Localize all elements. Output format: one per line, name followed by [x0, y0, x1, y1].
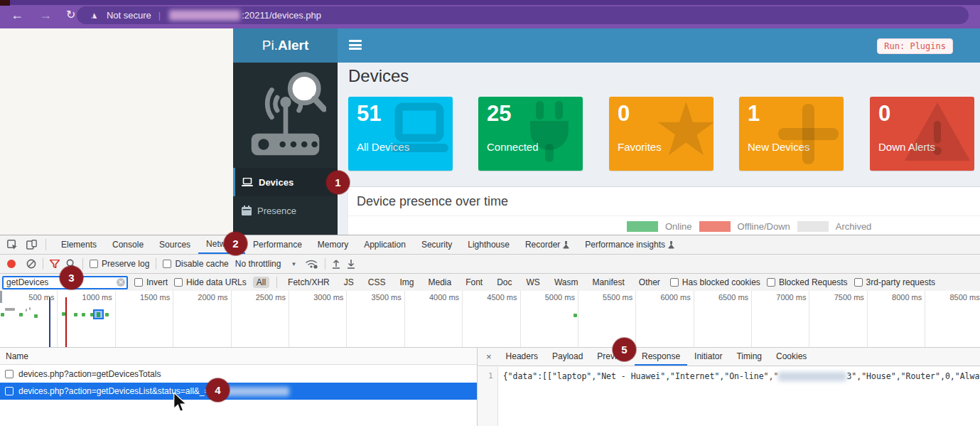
tick-label: 5000 ms [521, 291, 578, 302]
invert-checkbox[interactable]: Invert [134, 277, 168, 287]
browser-top-strip [0, 0, 980, 5]
detail-tab-response[interactable]: Response [635, 348, 687, 366]
tab-console[interactable]: Console [104, 235, 151, 254]
name-column-header[interactable]: Name [0, 348, 477, 365]
sidebar-item-label: Presence [257, 206, 296, 216]
tab-recorder[interactable]: Recorder [517, 235, 577, 254]
chip-other[interactable]: Other [635, 277, 664, 288]
tick-label: 7000 ms [752, 291, 809, 302]
chip-css[interactable]: CSS [365, 277, 389, 288]
record-icon[interactable] [7, 260, 16, 268]
tab-performance[interactable]: Performance [245, 235, 310, 254]
throttling-value: No throttling [235, 259, 281, 269]
forward-button[interactable]: → [39, 8, 52, 22]
tab-application[interactable]: Application [356, 235, 414, 254]
network-filter-row: ✕ Invert Hide data URLs All Fetch/XHR JS… [0, 274, 980, 291]
import-har-icon[interactable] [332, 259, 340, 269]
detail-tabbar: × Headers Payload Preview Response Initi… [478, 348, 980, 366]
run-plugins-button[interactable]: Run: Plugins [877, 38, 953, 54]
disable-cache-label: Disable cache [175, 259, 228, 269]
blocked-requests-checkbox[interactable]: Blocked Requests [767, 277, 848, 287]
flask-icon [563, 241, 569, 249]
chip-font[interactable]: Font [462, 277, 486, 288]
card-all-devices[interactable]: 51 All Devices [348, 97, 453, 171]
checkbox[interactable] [90, 260, 98, 268]
address-separator: | [158, 10, 161, 21]
chip-fetch-xhr[interactable]: Fetch/XHR [284, 277, 333, 288]
checkbox[interactable] [767, 278, 775, 287]
device-toolbar-icon[interactable] [26, 240, 37, 250]
card-favorites[interactable]: 0 Favorites ★ [609, 97, 714, 171]
plug-icon [516, 100, 581, 168]
checkbox[interactable] [5, 387, 14, 395]
detail-tab-headers[interactable]: Headers [499, 348, 545, 366]
detail-tab-payload[interactable]: Payload [545, 348, 590, 366]
disable-cache-checkbox[interactable]: Disable cache [163, 259, 228, 269]
address-bar[interactable]: ▲! Not secure | :20211/devices.php [77, 6, 969, 24]
chip-doc[interactable]: Doc [493, 277, 515, 288]
chip-manifest[interactable]: Manifest [588, 277, 628, 288]
detail-tab-cookies[interactable]: Cookies [769, 348, 814, 366]
network-overview-timeline[interactable]: 500 ms 1000 ms 1500 ms 2000 ms 2500 ms 3… [0, 291, 980, 348]
chip-all[interactable]: All [253, 277, 269, 288]
checkbox[interactable] [670, 278, 679, 287]
checkbox[interactable] [854, 278, 863, 287]
chip-media[interactable]: Media [424, 277, 455, 288]
tab-sources[interactable]: Sources [151, 235, 198, 254]
throttling-select[interactable]: No throttling ▼ [235, 259, 297, 269]
sidebar-item-devices[interactable]: Devices [233, 168, 338, 196]
checkbox[interactable] [134, 278, 143, 287]
tab-lighthouse[interactable]: Lighthouse [460, 235, 517, 254]
clear-icon[interactable] [26, 259, 36, 269]
back-button[interactable]: ← [11, 8, 23, 22]
network-conditions-icon[interactable] [306, 259, 318, 269]
inspect-element-icon[interactable] [7, 240, 18, 250]
pialert-logo-header[interactable]: Pi.Alert [233, 28, 338, 63]
waterfall-dot [82, 313, 85, 316]
filter-icon[interactable] [50, 260, 60, 268]
checkbox[interactable] [163, 260, 171, 268]
export-har-icon[interactable] [347, 259, 355, 269]
tick-label: 3000 ms [289, 291, 346, 302]
invert-label: Invert [146, 277, 168, 287]
request-detail-panel: × Headers Payload Preview Response Initi… [478, 348, 980, 426]
hide-data-urls-checkbox[interactable]: Hide data URLs [174, 277, 247, 287]
card-new-devices[interactable]: 1 New Devices [739, 97, 844, 171]
card-connected[interactable]: 25 Connected [478, 97, 583, 171]
chip-wasm[interactable]: Wasm [551, 277, 582, 288]
request-row-selected[interactable]: devices.php?action=getDevicesList&status… [0, 383, 477, 400]
detail-tab-timing[interactable]: Timing [729, 348, 769, 366]
has-blocked-cookies-label: Has blocked cookies [682, 277, 760, 287]
tab-security[interactable]: Security [414, 235, 460, 254]
tab-memory[interactable]: Memory [310, 235, 356, 254]
chip-img[interactable]: Img [396, 277, 417, 288]
devtools-panel: Elements Console Sources Network Perform… [0, 235, 980, 426]
checkbox[interactable] [5, 370, 14, 378]
chip-ws[interactable]: WS [523, 277, 544, 288]
sidebar-toggle-icon[interactable] [349, 40, 362, 50]
detail-tab-initiator[interactable]: Initiator [687, 348, 729, 366]
dom-content-loaded-line [49, 297, 50, 348]
clear-filter-icon[interactable]: ✕ [117, 278, 125, 287]
close-icon[interactable]: × [478, 351, 499, 362]
chip-js[interactable]: JS [340, 277, 357, 288]
preserve-log-checkbox[interactable]: Preserve log [90, 259, 149, 269]
window-corner [0, 0, 10, 6]
not-secure-warning-icon: ▲! [90, 10, 101, 21]
tick-label: 8000 ms [868, 291, 925, 302]
reload-button[interactable]: ↻ [66, 8, 75, 22]
third-party-requests-checkbox[interactable]: 3rd-party requests [854, 277, 935, 287]
response-body[interactable]: 1 {"data":[["laptop","Net - Huawei","Int… [478, 367, 980, 426]
has-blocked-cookies-checkbox[interactable]: Has blocked cookies [670, 277, 760, 287]
card-value: 1 [748, 101, 760, 127]
tab-performance-insights[interactable]: Performance insights [577, 235, 682, 254]
sidebar-item-presence[interactable]: Presence [233, 196, 338, 225]
request-row[interactable]: devices.php?action=getDevicesTotals [0, 365, 477, 383]
legend-swatch-online [627, 221, 658, 232]
devtools-tabbar: Elements Console Sources Network Perform… [0, 235, 980, 255]
page-background [0, 28, 233, 235]
star-icon: ★ [653, 97, 714, 166]
checkbox[interactable] [174, 278, 183, 287]
tab-elements[interactable]: Elements [53, 235, 104, 254]
card-down-alerts[interactable]: 0 Down Alerts [870, 97, 974, 171]
